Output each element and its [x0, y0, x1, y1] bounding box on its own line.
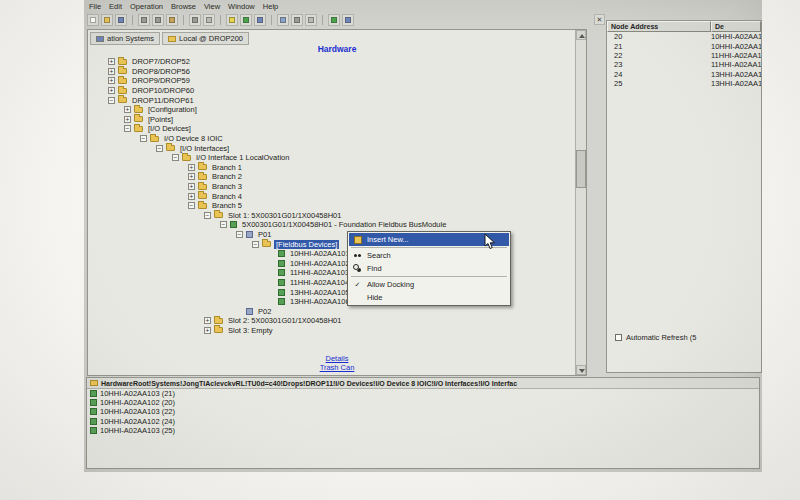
download-icon[interactable] — [254, 14, 266, 26]
node-address-row[interactable]: 2513HHI-A02AA106 — [607, 79, 761, 88]
collapse-icon[interactable]: − — [252, 241, 259, 248]
menu-view[interactable]: View — [204, 2, 220, 11]
print-icon[interactable] — [189, 14, 201, 26]
tree-node-label[interactable]: Branch 1 — [210, 163, 244, 172]
expand-icon[interactable]: + — [188, 183, 195, 190]
auto-refresh-checkbox[interactable] — [615, 334, 622, 341]
menu-file[interactable]: File — [89, 2, 101, 11]
tree-node-label[interactable]: [Points] — [146, 115, 175, 124]
tree-node-label[interactable]: Branch 4 — [210, 192, 244, 201]
context-menu-item-find[interactable]: Find — [349, 262, 509, 275]
scroll-up-icon[interactable] — [576, 30, 586, 40]
cut-icon[interactable] — [138, 14, 150, 26]
collapse-icon[interactable]: − — [140, 135, 147, 142]
collapse-icon[interactable]: − — [124, 125, 131, 132]
tab-local-drop[interactable]: Local @ DROP200 — [162, 32, 249, 45]
commit-icon[interactable] — [240, 14, 252, 26]
expand-icon[interactable]: + — [124, 106, 131, 113]
tree-node-label[interactable]: DROP11/DROP61 — [130, 96, 196, 105]
tree-node-label[interactable]: Slot 2: 5X00301G01/1X00458H01 — [226, 316, 343, 325]
column-header-node-address[interactable]: Node Address — [607, 21, 711, 32]
expand-icon[interactable]: + — [204, 327, 211, 334]
context-menu-item-allow-docking[interactable]: ✓Allow Docking — [349, 278, 509, 291]
system-icon — [96, 36, 104, 42]
tree-node-label[interactable]: Branch 3 — [210, 182, 244, 191]
expand-icon[interactable]: + — [204, 317, 211, 324]
tree-node: +DROP8/DROP56 — [92, 67, 573, 77]
tree-node-label[interactable]: I/O Interface 1 LocalOvation — [194, 153, 291, 162]
tree-vertical-scrollbar[interactable] — [575, 30, 586, 375]
open-folder-icon[interactable] — [101, 14, 113, 26]
expand-icon[interactable]: + — [124, 116, 131, 123]
result-row[interactable]: 10HHI-A02AA102 (20) — [87, 398, 759, 407]
result-row[interactable]: 10HHI-A02AA103 (21) — [87, 389, 759, 398]
menu-bar: FileEditOperationBrowseViewWindowHelp — [84, 0, 762, 11]
filter-icon[interactable] — [226, 14, 238, 26]
collapse-icon[interactable]: − — [108, 97, 115, 104]
tree-node-label[interactable]: [I/O Interfaces] — [178, 144, 231, 153]
node-address-row[interactable]: 2010HHI-A02AA101 — [607, 32, 761, 41]
menu-edit[interactable]: Edit — [109, 2, 122, 11]
expand-icon[interactable]: + — [188, 173, 195, 180]
menu-window[interactable]: Window — [228, 2, 255, 11]
refresh-icon[interactable] — [328, 14, 340, 26]
context-menu-item-search[interactable]: Search — [349, 249, 509, 262]
tree-node-label[interactable]: P01 — [256, 230, 273, 239]
copy-icon[interactable] — [152, 14, 164, 26]
help-icon[interactable] — [342, 14, 354, 26]
menu-browse[interactable]: Browse — [171, 2, 196, 11]
collapse-icon[interactable]: − — [220, 221, 227, 228]
collapse-icon[interactable]: − — [156, 145, 163, 152]
collapse-icon[interactable]: − — [204, 212, 211, 219]
paste-icon[interactable] — [166, 14, 178, 26]
node-address-row[interactable]: 2311HHI-A02AA104 — [607, 60, 761, 69]
tree-node-label[interactable]: Slot 1: 5X00301G01/1X00458H01 — [226, 211, 343, 220]
new-document-icon[interactable] — [87, 14, 99, 26]
details-link[interactable]: Details — [88, 354, 586, 363]
node-address-row[interactable]: 2110HHI-A02AA102 — [607, 41, 761, 50]
collapse-icon[interactable]: − — [236, 231, 243, 238]
print-preview-icon[interactable] — [203, 14, 215, 26]
tree-node-label[interactable]: DROP7/DROP52 — [130, 57, 192, 66]
expand-icon[interactable]: + — [108, 87, 115, 94]
save-icon[interactable] — [115, 14, 127, 26]
tree-node-label[interactable]: P02 — [256, 307, 273, 316]
tree-view-icon[interactable] — [277, 14, 289, 26]
result-row[interactable]: 10HHI-A02AA103 (22) — [87, 407, 759, 416]
menu-operation[interactable]: Operation — [130, 2, 163, 11]
close-icon[interactable]: ✕ — [594, 14, 605, 25]
tree-node-label[interactable]: [Fieldbus Devices] — [274, 240, 339, 249]
node-address-row[interactable]: 2211HHI-A02AA103 — [607, 51, 761, 60]
tree-node-label[interactable]: 5X00301G01/1X00458H01 - Foundation Field… — [240, 220, 448, 229]
tree-node-label[interactable]: DROP9/DROP59 — [130, 76, 192, 85]
context-menu-item-hide[interactable]: Hide — [349, 291, 509, 304]
expand-icon[interactable]: + — [188, 193, 195, 200]
tree-node-label[interactable]: [Configuration] — [146, 105, 199, 114]
collapse-icon[interactable]: − — [172, 154, 179, 161]
column-header-device[interactable]: De — [711, 21, 761, 32]
expand-icon[interactable]: + — [188, 164, 195, 171]
tree-node: −5X00301G01/1X00458H01 - Foundation Fiel… — [92, 220, 573, 230]
scroll-down-icon[interactable] — [576, 365, 586, 375]
node-address-row[interactable]: 2413HHI-A02AA105 — [607, 70, 761, 79]
tab-ovation-systems[interactable]: ation Systems — [90, 32, 160, 45]
trash-can-link[interactable]: Trash Can — [88, 363, 586, 372]
expand-icon[interactable]: + — [108, 58, 115, 65]
folder-icon — [262, 241, 271, 247]
tree-node-label[interactable]: I/O Device 8 IOIC — [162, 134, 225, 143]
tree-node-label[interactable]: Slot 3: Empty — [226, 326, 275, 335]
search-icon[interactable] — [305, 14, 317, 26]
tree-node-label[interactable]: Branch 2 — [210, 172, 244, 181]
expand-icon[interactable]: + — [108, 68, 115, 75]
expand-icon[interactable]: + — [108, 77, 115, 84]
tree-node-label[interactable]: DROP8/DROP56 — [130, 67, 192, 76]
result-row[interactable]: 10HHI-A02AA102 (24) — [87, 417, 759, 426]
menu-help[interactable]: Help — [263, 2, 278, 11]
result-row[interactable]: 10HHI-A02AA103 (25) — [87, 426, 759, 435]
list-view-icon[interactable] — [291, 14, 303, 26]
collapse-icon[interactable]: − — [188, 202, 195, 209]
scrollbar-thumb[interactable] — [576, 150, 586, 188]
tree-node-label[interactable]: DROP10/DROP60 — [130, 86, 196, 95]
tree-node-label[interactable]: [I/O Devices] — [146, 124, 193, 133]
tree-node-label[interactable]: Branch 5 — [210, 201, 244, 210]
